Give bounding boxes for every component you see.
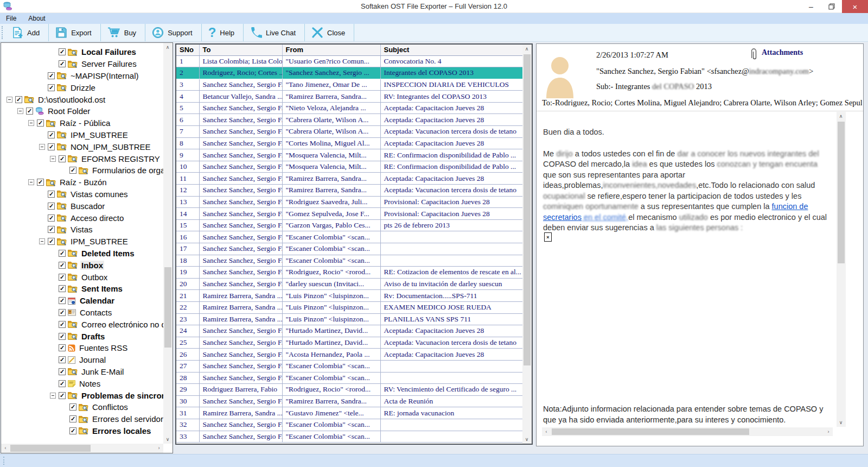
scroll-thumb[interactable] — [838, 122, 845, 263]
checked-checkbox[interactable]: ✓ — [59, 333, 66, 340]
mail-row-28[interactable]: 28Sanchez Sanchez, Sergio F..."Escaner C… — [176, 372, 522, 384]
tree-item-notes[interactable]: ✓Notes — [1, 377, 163, 389]
tree-item-vistas[interactable]: ✓Vistas — [1, 224, 163, 236]
checked-checkbox[interactable]: ✓ — [59, 285, 66, 292]
restore-button[interactable] — [821, 0, 842, 13]
tree-item-eforms-registry[interactable]: ✓EFORMS REGISTRY — [1, 153, 163, 165]
minimize-button[interactable]: – — [801, 0, 821, 13]
tree-item-vistas-comunes[interactable]: ✓Vistas comunes — [1, 188, 163, 200]
mail-row-9[interactable]: 9Sanchez Sanchez, Sergio F..."Mosquera V… — [176, 149, 522, 161]
scroll-left-icon[interactable]: ‹ — [1, 444, 10, 452]
tree-horizontal-scrollbar[interactable]: ‹ › — [1, 444, 163, 453]
mail-row-3[interactable]: 3Sanchez Sanchez, Sergio F..."Tano Jimen… — [176, 79, 522, 91]
tree-item-formularios-de-organizac[interactable]: ✓Formularios de organizac — [1, 165, 163, 176]
checked-checkbox[interactable]: ✓ — [59, 309, 66, 316]
add-button[interactable]: Add — [5, 24, 49, 41]
mail-row-17[interactable]: 17Sanchez Sanchez, Sergio F..."Escaner C… — [176, 243, 522, 255]
scroll-up-icon[interactable]: ∧ — [837, 112, 845, 121]
tree-item-d-ost-outlookd-ost[interactable]: ✓D:\ost\outlookd.ost — [1, 93, 163, 105]
checked-checkbox[interactable]: ✓ — [48, 226, 55, 233]
tree-item-ra-z-buz-n[interactable]: ✓Raíz - Buzón — [1, 176, 163, 188]
checked-checkbox[interactable]: ✓ — [59, 380, 66, 387]
tree-item-errores-del-servidor[interactable]: ✓Errores del servidor — [1, 413, 163, 425]
mail-row-26[interactable]: 26Sanchez Sanchez, Sergio F..."Acosta He… — [176, 349, 522, 361]
checked-checkbox[interactable]: ✓ — [48, 143, 55, 150]
scroll-thumb[interactable] — [10, 445, 91, 452]
tree-item-inbox[interactable]: ✓Inbox — [1, 259, 163, 271]
scroll-down-icon[interactable]: ∨ — [522, 435, 531, 444]
column-header-sno[interactable]: SNo — [176, 45, 199, 55]
menu-item-about[interactable]: About — [22, 13, 51, 24]
close-button[interactable]: × — [842, 0, 868, 13]
mail-row-5[interactable]: 5Sanchez Sanchez, Sergio F..."Nieto Velo… — [176, 102, 522, 114]
tree-item-outbox[interactable]: ✓Outbox — [1, 271, 163, 283]
column-header-subject[interactable]: Subject — [380, 45, 522, 55]
mail-row-14[interactable]: 14Sanchez Sanchez, Sergio F..."Gomez Sep… — [176, 208, 522, 220]
mail-row-12[interactable]: 12Sanchez Sanchez, Sergio F..."Ramirez B… — [176, 185, 522, 197]
scroll-up-icon[interactable]: ∧ — [522, 45, 531, 53]
checked-checkbox[interactable]: ✓ — [48, 84, 55, 91]
checked-checkbox[interactable]: ✓ — [59, 262, 66, 269]
mail-row-4[interactable]: 4Betancur Vallejo, Sandra ..."Ramirez Ba… — [176, 91, 522, 103]
tree-item-errores-locales[interactable]: ✓Errores locales — [1, 425, 163, 437]
scroll-down-icon[interactable]: ∨ — [837, 418, 845, 427]
tree-item-acceso-directo[interactable]: ✓Acceso directo — [1, 212, 163, 224]
checked-checkbox[interactable]: ✓ — [37, 119, 44, 127]
tree-item-fuentes-rss[interactable]: ✓Fuentes RSS — [1, 342, 163, 354]
tree-item-ipm-subtree[interactable]: ✓IPM_SUBTREE — [1, 129, 163, 141]
checked-checkbox[interactable]: ✓ — [59, 356, 66, 363]
mail-row-6[interactable]: 6Sanchez Sanchez, Sergio F..."Cabrera Ol… — [176, 114, 522, 126]
export-button[interactable]: Export — [49, 24, 101, 41]
scroll-thumb[interactable] — [164, 267, 171, 348]
collapse-icon[interactable] — [39, 238, 45, 244]
mail-row-16[interactable]: 16Sanchez Sanchez, Sergio F..."Escaner C… — [176, 231, 522, 243]
mail-row-11[interactable]: 11Sanchez Sanchez, Sergio F..."Ramirez B… — [176, 173, 522, 185]
tree-item-drafts[interactable]: ✓Drafts — [1, 330, 163, 342]
column-header-from[interactable]: From — [282, 45, 380, 55]
checked-checkbox[interactable]: ✓ — [15, 96, 22, 103]
checked-checkbox[interactable]: ✓ — [37, 179, 44, 186]
mail-row-21[interactable]: 21Ramirez Barrera, Sandra ..."Luis Pinzo… — [176, 290, 522, 302]
mail-row-8[interactable]: 8Sanchez Sanchez, Sergio F..."Cortes Mol… — [176, 137, 522, 149]
tree-item-junk-e-mail[interactable]: ✓Junk E-Mail — [1, 366, 163, 378]
mail-row-10[interactable]: 10Sanchez Sanchez, Sergio F..."Mosquera … — [176, 161, 522, 173]
buy-button[interactable]: Buy — [101, 24, 145, 41]
tree-item-problemas-de-sincroniza[interactable]: ✓Problemas de sincroniza — [1, 389, 163, 401]
mail-row-32[interactable]: 32Sanchez Sanchez, Sergio F..."Escaner C… — [176, 419, 522, 431]
checked-checkbox[interactable]: ✓ — [69, 415, 76, 422]
mail-row-22[interactable]: 22Ramirez Barrera, Sandra ..."Luis Pinzo… — [176, 301, 522, 313]
preview-vertical-scrollbar[interactable]: ∧ ∨ — [837, 112, 846, 427]
tree-item-sent-items[interactable]: ✓Sent Items — [1, 283, 163, 295]
mail-row-2[interactable]: 2Rodriguez, Rocio; Cortes ..."Sanchez Sa… — [176, 67, 522, 79]
tree-item-root-folder[interactable]: ✓Root Folder — [1, 105, 163, 117]
mail-row-25[interactable]: 25Sanchez Sanchez, Sergio F..."Hurtado M… — [176, 337, 522, 349]
tree-item-mapisp-internal[interactable]: ✓~MAPISP(Internal) — [1, 70, 163, 82]
tree-item-buscador[interactable]: ✓Buscador — [1, 200, 163, 212]
scroll-thumb[interactable] — [552, 428, 749, 435]
checked-checkbox[interactable]: ✓ — [69, 403, 76, 411]
checked-checkbox[interactable]: ✓ — [69, 167, 76, 174]
checked-checkbox[interactable]: ✓ — [59, 155, 66, 162]
attachments-label[interactable]: Attachments — [762, 48, 803, 57]
tree-item-server-failures[interactable]: ✓Server Failures — [1, 58, 163, 70]
collapse-icon[interactable] — [28, 179, 34, 185]
help-button[interactable]: ?Help — [202, 24, 244, 41]
tree-item-conflictos[interactable]: ✓Conflictos — [1, 401, 163, 413]
checked-checkbox[interactable]: ✓ — [48, 214, 55, 222]
collapse-icon[interactable] — [28, 120, 34, 126]
collapse-icon[interactable] — [39, 144, 45, 150]
checked-checkbox[interactable]: ✓ — [26, 108, 33, 115]
mail-row-29[interactable]: 29Rodriguez Barrera, Fabio"Rodriguez, Ro… — [176, 384, 522, 396]
mail-row-13[interactable]: 13Sanchez Sanchez, Sergio F..."Rodriguez… — [176, 196, 522, 208]
body-link-redacted[interactable]: en el comité, — [582, 213, 628, 222]
mail-row-1[interactable]: 1Lista Colombia; Lista Colo..."Usuario G… — [176, 55, 522, 67]
tree-vertical-scrollbar[interactable]: ∧ ∨ — [163, 43, 173, 444]
attachments-area[interactable]: Attachments — [751, 48, 803, 64]
checked-checkbox[interactable]: ✓ — [48, 203, 55, 210]
collapse-icon[interactable] — [7, 97, 12, 103]
mail-row-31[interactable]: 31Ramirez Barrera, Sandra ..."Gustavo Ji… — [176, 407, 522, 419]
tree-item-ra-z-p-blica[interactable]: ✓Raíz - Pública — [1, 117, 163, 129]
collapse-icon[interactable] — [50, 156, 56, 162]
mail-row-30[interactable]: 30Sanchez Sanchez, Sergio F..."Ramirez B… — [176, 395, 522, 407]
mail-row-27[interactable]: 27Sanchez Sanchez, Sergio F..."Escaner C… — [176, 360, 522, 372]
